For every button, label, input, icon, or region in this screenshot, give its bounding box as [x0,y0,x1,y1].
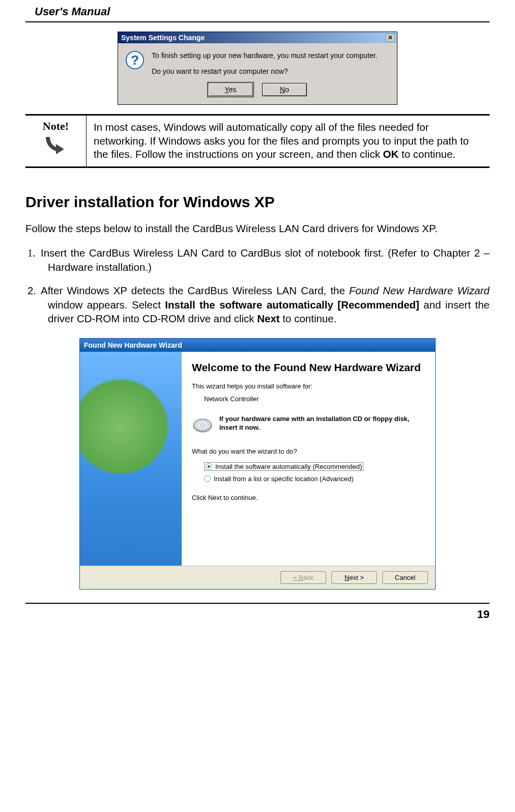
no-button[interactable]: No [262,83,307,96]
radio-icon [206,463,212,470]
wizard-cd-text: If your hardware came with an installati… [219,415,425,432]
wizard-prompt: What do you want the wizard to do? [192,447,425,455]
note-text: In most cases, Windows will automaticall… [87,116,490,166]
steps-list: 1.Insert the CardBus Wireless LAN Card t… [25,246,490,326]
yes-button[interactable]: Yes [208,83,253,96]
page-header-title: User's Manual [35,5,490,18]
radio-icon [204,475,211,482]
header-rule [25,21,490,22]
dialog-titlebar: System Settings Change ✕ [118,32,397,43]
radio-label: Install from a list or specific location… [214,475,354,483]
wizard-heading: Welcome to the Found New Hardware Wizard [192,361,425,374]
section-title: Driver installation for Windows XP [25,193,490,211]
footer-rule [25,603,490,604]
dialog-message-line2: Do you want to restart your computer now… [152,66,390,77]
wizard-device-name: Network Controller [204,395,425,403]
next-button[interactable]: Next > [331,571,377,584]
wizard-side-graphic [80,352,182,566]
dialog-message-line1: To finish setting up your new hardware, … [152,50,390,61]
radio-label: Install the software automatically (Reco… [215,463,362,470]
system-settings-change-dialog: System Settings Change ✕ ? To finish set… [118,32,397,105]
wizard-help-text: This wizard helps you install software f… [192,382,425,390]
close-button[interactable]: ✕ [386,34,395,42]
note-box: Note! In most cases, Windows will automa… [25,114,490,168]
back-button[interactable]: < Back [280,571,326,584]
no-button-rest: o [285,86,289,94]
dialog-title: System Settings Change [121,34,205,42]
svg-text:?: ? [131,52,139,68]
cd-icon [192,415,213,436]
svg-point-4 [201,424,205,427]
yes-button-rest: es [229,86,237,94]
found-new-hardware-wizard-dialog: Found New Hardware Wizard Welcome to the… [79,338,436,590]
section-intro: Follow the steps below to install the Ca… [25,222,490,236]
note-arrow-icon [42,135,70,155]
radio-install-automatically[interactable]: Install the software automatically (Reco… [204,462,363,471]
wizard-continue-hint: Click Next to continue. [192,494,425,501]
dialog-titlebar: Found New Hardware Wizard [80,339,435,352]
list-item: 1.Insert the CardBus Wireless LAN Card t… [48,246,490,274]
list-item: 2.After Windows XP detects the CardBus W… [48,284,490,326]
note-label: Note! [28,120,83,133]
question-icon: ? [125,50,145,70]
cancel-button[interactable]: Cancel [382,571,428,584]
page-number: 19 [25,608,490,621]
close-icon: ✕ [388,35,393,41]
radio-install-from-list[interactable]: Install from a list or specific location… [204,475,425,483]
